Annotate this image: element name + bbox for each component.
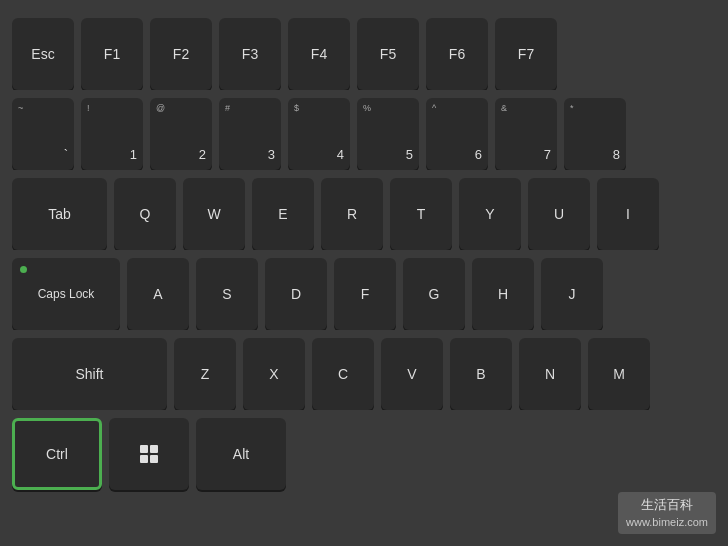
key-f[interactable]: F: [334, 258, 396, 330]
watermark: 生活百科 www.bimeiz.com: [618, 492, 716, 534]
key-4[interactable]: $ 4: [288, 98, 350, 170]
key-e[interactable]: E: [252, 178, 314, 250]
number-row: ~ ` ! 1 @ 2 # 3 $ 4 % 5 ^ 6 & 7: [12, 98, 716, 170]
key-f1[interactable]: F1: [81, 18, 143, 90]
key-x[interactable]: X: [243, 338, 305, 410]
key-r[interactable]: R: [321, 178, 383, 250]
key-backtick[interactable]: ~ `: [12, 98, 74, 170]
key-f7[interactable]: F7: [495, 18, 557, 90]
key-ctrl[interactable]: Ctrl: [12, 418, 102, 490]
key-6[interactable]: ^ 6: [426, 98, 488, 170]
key-a[interactable]: A: [127, 258, 189, 330]
key-h[interactable]: H: [472, 258, 534, 330]
key-q[interactable]: Q: [114, 178, 176, 250]
key-esc[interactable]: Esc: [12, 18, 74, 90]
key-v[interactable]: V: [381, 338, 443, 410]
key-2[interactable]: @ 2: [150, 98, 212, 170]
key-alt[interactable]: Alt: [196, 418, 286, 490]
key-n[interactable]: N: [519, 338, 581, 410]
key-tab[interactable]: Tab: [12, 178, 107, 250]
key-s[interactable]: S: [196, 258, 258, 330]
key-j[interactable]: J: [541, 258, 603, 330]
key-7[interactable]: & 7: [495, 98, 557, 170]
key-y[interactable]: Y: [459, 178, 521, 250]
key-g[interactable]: G: [403, 258, 465, 330]
key-3[interactable]: # 3: [219, 98, 281, 170]
qwerty-row: Tab Q W E R T Y U I: [12, 178, 716, 250]
key-c[interactable]: C: [312, 338, 374, 410]
key-f6[interactable]: F6: [426, 18, 488, 90]
key-w[interactable]: W: [183, 178, 245, 250]
key-f4[interactable]: F4: [288, 18, 350, 90]
zxcv-row: Shift Z X C V B N M: [12, 338, 716, 410]
key-5[interactable]: % 5: [357, 98, 419, 170]
key-win[interactable]: [109, 418, 189, 490]
key-shift[interactable]: Shift: [12, 338, 167, 410]
watermark-title: 生活百科: [626, 496, 708, 514]
key-8[interactable]: * 8: [564, 98, 626, 170]
windows-logo-icon: [140, 445, 158, 463]
watermark-url: www.bimeiz.com: [626, 515, 708, 530]
asdf-row: Caps Lock A S D F G H J: [12, 258, 716, 330]
key-d[interactable]: D: [265, 258, 327, 330]
key-i[interactable]: I: [597, 178, 659, 250]
key-1[interactable]: ! 1: [81, 98, 143, 170]
key-f2[interactable]: F2: [150, 18, 212, 90]
bottom-row: Ctrl Alt: [12, 418, 716, 490]
key-caps-lock[interactable]: Caps Lock: [12, 258, 120, 330]
key-m[interactable]: M: [588, 338, 650, 410]
key-t[interactable]: T: [390, 178, 452, 250]
key-b[interactable]: B: [450, 338, 512, 410]
function-row: Esc F1 F2 F3 F4 F5 F6 F7: [12, 18, 716, 90]
keyboard: Esc F1 F2 F3 F4 F5 F6 F7 ~ ` ! 1: [0, 0, 728, 546]
caps-lock-indicator: [20, 266, 27, 273]
key-f3[interactable]: F3: [219, 18, 281, 90]
key-f5[interactable]: F5: [357, 18, 419, 90]
key-z[interactable]: Z: [174, 338, 236, 410]
key-u[interactable]: U: [528, 178, 590, 250]
